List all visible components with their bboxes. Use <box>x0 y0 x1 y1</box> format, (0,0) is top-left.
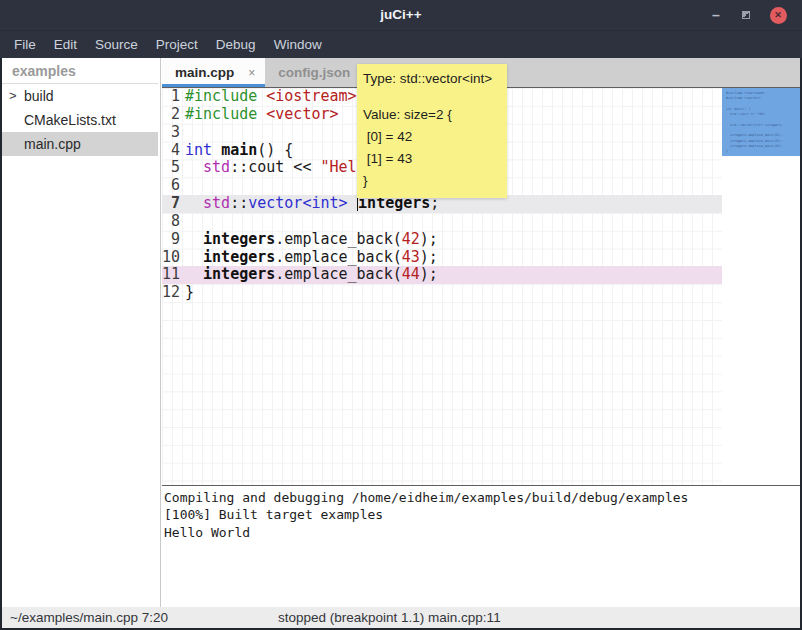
minimap-viewport[interactable]: #include <iostream>#include <vector> int… <box>722 88 800 156</box>
code-token: int <box>185 141 212 159</box>
code-token: 43 <box>402 248 420 266</box>
close-button[interactable]: ✕ <box>766 0 790 30</box>
sidebar-item-cmakelists-txt[interactable]: CMakeLists.txt <box>2 108 158 132</box>
code-token: "Hel <box>320 158 356 176</box>
line-number[interactable]: 2 <box>162 106 180 124</box>
code-text: #include <iostream> <box>180 88 357 106</box>
line-number[interactable]: 6 <box>162 177 180 195</box>
tooltip-line: [1] = 43 <box>363 148 501 170</box>
code-token: } <box>185 283 194 301</box>
menu-item-file[interactable]: File <box>5 31 45 59</box>
sidebar-item-main-cpp[interactable]: main.cpp <box>2 132 158 156</box>
line-number[interactable]: 10 <box>162 249 180 267</box>
code-token: std <box>203 194 230 212</box>
code-token: integers <box>203 265 275 283</box>
line-number[interactable]: 11 <box>162 266 180 284</box>
tab-main-cpp[interactable]: main.cpp× <box>162 58 265 87</box>
code-token <box>257 105 266 123</box>
sidebar-item-label: build <box>24 88 54 104</box>
code-token: 42 <box>402 230 420 248</box>
code-token: integers <box>203 230 275 248</box>
code-token: vector<int> <box>248 194 347 212</box>
code-line[interactable]: 11 integers.emplace_back(44); <box>162 266 722 284</box>
console-line: [100%] Built target examples <box>164 506 800 523</box>
code-token: ::cout << <box>230 158 320 176</box>
code-token: ); <box>420 265 438 283</box>
code-token <box>185 248 203 266</box>
tab-label: main.cpp <box>175 65 234 80</box>
code-token: ); <box>420 230 438 248</box>
code-text <box>180 213 185 231</box>
line-number[interactable]: 1 <box>162 88 180 106</box>
line-number[interactable]: 4 <box>162 142 180 160</box>
code-token <box>212 141 221 159</box>
code-token: .emplace_back( <box>275 265 401 283</box>
tab-config-json[interactable]: config.json <box>265 58 360 87</box>
minimize-button[interactable]: – <box>704 0 728 30</box>
code-token <box>185 158 203 176</box>
chevron-right-icon[interactable]: > <box>9 84 23 108</box>
code-token: <iostream> <box>266 88 356 105</box>
file-tree: >buildCMakeLists.txtmain.cpp <box>2 84 158 156</box>
code-token: #include <box>185 88 257 105</box>
titlebar[interactable]: juCi++ – ✕ <box>0 0 802 30</box>
code-token: main <box>221 141 257 159</box>
code-line[interactable]: 8 <box>162 213 722 231</box>
code-token <box>185 265 203 283</box>
menu-item-edit[interactable]: Edit <box>45 31 86 59</box>
line-number[interactable]: 12 <box>162 284 180 302</box>
code-token <box>185 194 203 212</box>
line-number[interactable]: 7 <box>162 195 180 213</box>
menu-item-debug[interactable]: Debug <box>207 31 265 59</box>
restore-button[interactable] <box>734 0 758 30</box>
code-line[interactable]: 10 integers.emplace_back(43); <box>162 249 722 267</box>
statusbar: ~/examples/main.cpp 7:20 stopped (breakp… <box>2 607 800 628</box>
console-line: Compiling and debugging /home/eidheim/ex… <box>164 489 800 506</box>
code-token: <vector> <box>266 105 338 123</box>
sidebar-item-build[interactable]: >build <box>2 84 158 108</box>
console-line: Hello World <box>164 524 800 541</box>
minimap[interactable]: #include <iostream>#include <vector> int… <box>722 88 800 485</box>
line-number[interactable]: 8 <box>162 213 180 231</box>
code-token: #include <box>185 105 257 123</box>
status-file-position: ~/examples/main.cpp 7:20 <box>10 607 168 628</box>
code-text: #include <vector> <box>180 106 339 124</box>
code-token <box>257 88 266 105</box>
tab-close-icon[interactable]: × <box>248 66 255 80</box>
code-text: std::cout << "Hel <box>180 159 357 177</box>
code-token <box>185 230 203 248</box>
line-number[interactable]: 3 <box>162 124 180 142</box>
sidebar-item-label: main.cpp <box>24 136 81 152</box>
minimap-code-line: } <box>726 149 800 154</box>
code-token: integers <box>203 248 275 266</box>
code-text <box>180 177 185 195</box>
line-number[interactable]: 9 <box>162 231 180 249</box>
code-text: integers.emplace_back(44); <box>180 266 438 284</box>
tooltip-line: } <box>363 170 501 192</box>
minimize-icon: – <box>712 7 720 23</box>
menu-item-window[interactable]: Window <box>265 31 331 59</box>
code-token <box>348 194 357 212</box>
tooltip-line: Type: std::vector<int> <box>363 68 501 90</box>
code-token: .emplace_back( <box>275 230 401 248</box>
code-line[interactable]: 9 integers.emplace_back(42); <box>162 231 722 249</box>
debug-console[interactable]: Compiling and debugging /home/eidheim/ex… <box>162 485 800 607</box>
window-title: juCi++ <box>0 0 802 30</box>
line-number[interactable]: 5 <box>162 159 180 177</box>
code-text: integers.emplace_back(43); <box>180 249 438 267</box>
code-text: } <box>180 284 194 302</box>
code-text <box>180 124 185 142</box>
code-token: :: <box>230 194 248 212</box>
debug-value-tooltip: Type: std::vector<int>Value: size=2 { [0… <box>357 64 507 198</box>
code-text: integers.emplace_back(42); <box>180 231 438 249</box>
tooltip-line: [0] = 42 <box>363 126 501 148</box>
menu-item-source[interactable]: Source <box>86 31 147 59</box>
menu-item-project[interactable]: Project <box>147 31 207 59</box>
code-text: int main() { <box>180 142 293 160</box>
code-line[interactable]: 12} <box>162 284 722 302</box>
code-token: .emplace_back( <box>275 248 401 266</box>
code-token: () { <box>257 141 293 159</box>
status-debug-state: stopped (breakpoint 1.1) main.cpp:11 <box>278 607 501 628</box>
file-tree-sidebar: examples >buildCMakeLists.txtmain.cpp <box>2 58 158 607</box>
code-token: std <box>203 158 230 176</box>
